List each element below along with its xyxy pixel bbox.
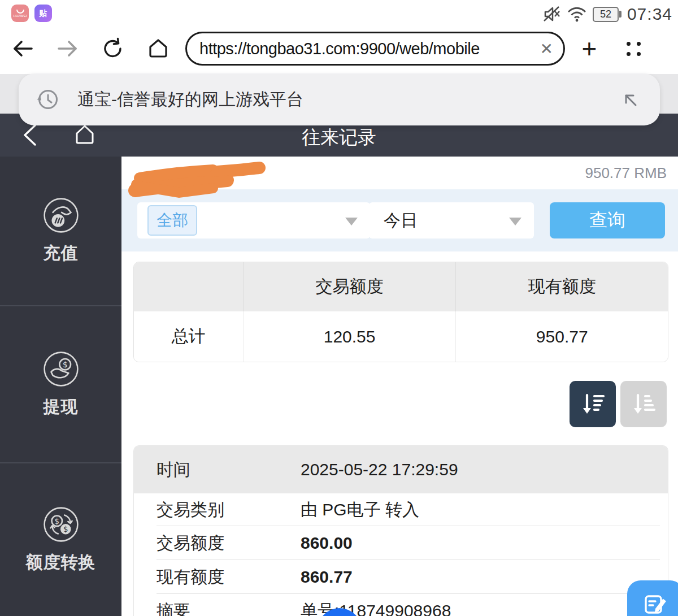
detail-row-type: 交易类别 由 PG电子 转入 [134,493,668,526]
detail-value: 860.77 [301,567,353,587]
content-area: 950.77 RMB 全部 今日 查询 [121,157,678,616]
total-label: 总计 [134,311,244,362]
notification-app-icons: HUAWEI 贴 [11,5,52,22]
clear-url-icon[interactable]: ✕ [537,40,553,58]
huawei-label: HUAWEI [14,14,27,18]
detail-label: 交易类别 [134,498,301,522]
header-cell-current-amount: 现有额度 [456,262,668,311]
history-suggestion-item[interactable]: 通宝-信誉最好的网上游戏平台 [19,73,660,125]
detail-value: 由 PG电子 转入 [301,498,419,522]
reload-button[interactable] [90,37,136,60]
transaction-detail-card: 时间 2025-05-22 17:29:59 交易类别 由 PG电子 转入 交易… [133,445,668,616]
header-cell-empty [134,262,244,311]
edit-record-fab[interactable] [627,580,678,616]
date-select[interactable]: 今日 [369,202,534,238]
redaction-scribble [127,161,270,198]
quota-transfer-icon: $ $ [42,506,80,543]
query-button[interactable]: 查询 [550,202,665,238]
sort-ascending-button[interactable] [620,381,667,427]
suggestion-text: 通宝-信誉最好的网上游戏平台 [77,88,620,111]
forward-button[interactable] [45,37,90,60]
insert-suggestion-icon[interactable] [620,90,640,109]
chevron-down-icon [345,218,358,225]
header-cell-trade-amount: 交易额度 [244,262,457,311]
detail-label: 现有额度 [134,566,301,589]
detail-label: 摘要 [134,600,301,616]
history-clock-icon [34,86,62,113]
sidebar-item-recharge[interactable]: 充值 [0,157,121,305]
svg-text:$: $ [54,517,59,525]
sidebar: 充值 $ 提现 $ $ 额度转换 [0,157,121,616]
summary-table-header: 交易额度 现有额度 [134,262,668,311]
home-icon [146,37,170,60]
address-bar[interactable]: https://tongbao31.com:9900/web/mobile ✕ [185,32,565,66]
page-title: 往来记录 [0,125,678,150]
withdraw-icon: $ [42,350,80,388]
summary-table: 交易额度 现有额度 总计 120.55 950.77 [133,262,668,362]
filter-bar: 全部 今日 查询 [121,189,678,251]
browser-toolbar: https://tongbao31.com:9900/web/mobile ✕ … [0,28,678,69]
new-tab-button[interactable]: + [565,37,614,60]
sort-descending-button[interactable] [570,381,616,427]
browser-menu-button[interactable] [614,42,653,56]
balance-text: 950.77 RMB [585,164,667,182]
sidebar-item-withdraw[interactable]: $ 提现 [0,305,121,462]
total-current-amount: 950.77 [456,311,668,362]
sidebar-item-quota-transfer[interactable]: $ $ 额度转换 [0,462,121,616]
edit-note-icon [642,592,668,616]
battery-nub [619,11,621,18]
detail-label: 交易额度 [134,532,301,555]
summary-table-total-row: 总计 120.55 950.77 [134,311,668,362]
svg-text:$: $ [62,359,67,368]
sidebar-label-quota-transfer: 额度转换 [26,551,96,574]
menu-dots-icon [627,42,641,56]
tieba-glyph: 贴 [40,8,47,19]
battery-percent: 52 [593,7,619,22]
sidebar-label-withdraw: 提现 [44,396,79,419]
detail-value: 860.00 [301,533,353,553]
sort-ascending-icon [630,391,657,418]
detail-value: 2025-05-22 17:29:59 [301,460,458,479]
wifi-icon [567,6,587,23]
sidebar-label-recharge: 充值 [44,242,79,265]
back-arrow-icon [10,37,35,60]
date-selected-text: 今日 [384,209,418,232]
total-trade-amount: 120.55 [244,311,457,362]
recharge-icon [42,197,80,234]
forward-arrow-icon [55,37,80,60]
battery-icon: 52 [593,7,621,22]
detail-label: 时间 [134,458,301,481]
home-button[interactable] [136,37,181,60]
sort-controls [121,381,678,427]
huawei-smile-glyph [16,10,24,14]
type-select[interactable]: 全部 [137,202,370,238]
back-button[interactable] [0,37,45,60]
detail-row-time: 时间 2025-05-22 17:29:59 [134,446,668,493]
detail-row-summary: 摘要 单号:118749908968 [134,594,668,616]
status-time: 07:34 [627,5,672,24]
type-selected-chip: 全部 [147,205,197,236]
svg-text:$: $ [63,525,68,533]
mute-icon [543,6,561,23]
sort-descending-icon [579,391,606,418]
detail-row-current-amount: 现有额度 860.77 [134,560,668,594]
status-bar: HUAWEI 贴 52 07:34 [0,0,678,28]
tieba-app-icon: 贴 [34,5,52,22]
detail-value: 单号:118749908968 [301,600,451,616]
url-text[interactable]: https://tongbao31.com:9900/web/mobile [199,40,537,58]
huawei-store-app-icon: HUAWEI [11,5,29,22]
chevron-down-icon [509,218,521,225]
detail-row-trade-amount: 交易额度 860.00 [134,526,668,560]
reload-icon [101,37,125,60]
